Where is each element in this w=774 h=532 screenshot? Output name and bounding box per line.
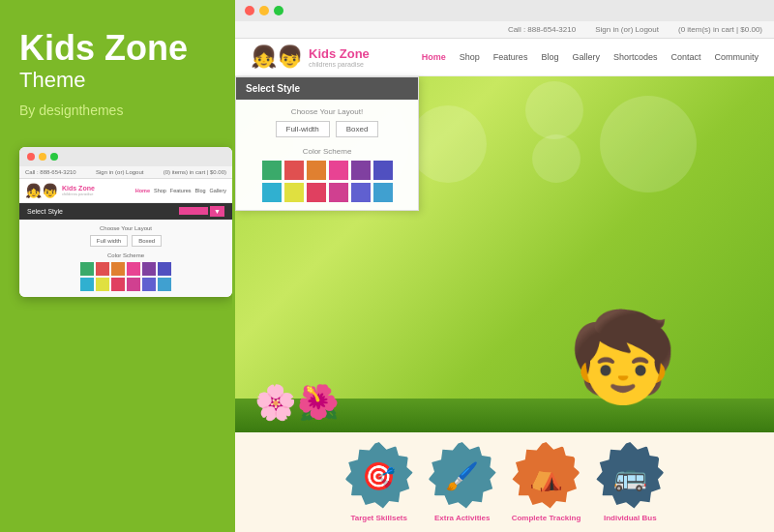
mini-color-swatch[interactable] — [158, 278, 171, 291]
feature-icon-target: 🎯 — [345, 442, 413, 510]
select-style-header: Select Style — [236, 77, 418, 100]
color-swatch-green[interactable] — [262, 161, 282, 180]
color-swatch-red[interactable] — [284, 161, 304, 180]
select-style-panel: Select Style Choose Your Layout! Full-wi… — [235, 76, 419, 211]
features-row: 🎯 Target Skillsets 🖌️ Extra Activities ⛺… — [235, 432, 774, 532]
color-scheme-grid — [244, 161, 410, 202]
color-swatch-magenta[interactable] — [329, 183, 348, 202]
mini-dot-red — [27, 153, 35, 161]
left-panel: Kids Zone Theme By designthemes Call : 8… — [0, 0, 232, 532]
color-swatch-orange[interactable] — [307, 161, 326, 180]
color-scheme-label: Color Scheme — [244, 147, 410, 156]
mini-color-swatch[interactable] — [127, 278, 140, 291]
hero-flowers: 🌸🌺 — [254, 383, 340, 423]
mini-color-swatch[interactable] — [127, 262, 140, 276]
color-swatch-sky[interactable] — [373, 183, 393, 202]
dot-yellow — [259, 6, 269, 15]
color-swatch-teal[interactable] — [262, 183, 282, 202]
nav-blog[interactable]: Blog — [541, 52, 558, 62]
mini-select-style-bar[interactable]: Select Style ▼ — [19, 203, 232, 220]
hero-person: 🧒 — [569, 307, 677, 408]
select-style-body: Choose Your Layout! Full-width Boxed Col… — [236, 100, 418, 210]
nav-gallery[interactable]: Gallery — [572, 52, 600, 62]
topbar-signin[interactable]: Sign in (or) Logout — [595, 25, 659, 34]
color-swatch-pink[interactable] — [329, 161, 348, 180]
color-swatch-indigo[interactable] — [351, 183, 371, 202]
site-top-bar: Call : 888-654-3210 Sign in (or) Logout … — [235, 21, 774, 39]
mini-color-swatch[interactable] — [96, 262, 109, 276]
mini-color-swatch[interactable] — [158, 262, 171, 276]
site-nav: Home Shop Features Blog Gallery Shortcod… — [422, 52, 759, 62]
feature-tracking: ⛺ Complete Tracking — [512, 442, 581, 522]
feature-icon-bus: 🚌 — [596, 442, 664, 510]
color-swatch-blue[interactable] — [373, 161, 393, 180]
mini-color-swatch[interactable] — [96, 278, 109, 291]
feature-label-tracking: Complete Tracking — [512, 514, 581, 522]
mini-color-swatch[interactable] — [142, 262, 156, 276]
feature-label-target: Target Skillsets — [350, 514, 407, 522]
nav-features[interactable]: Features — [493, 52, 528, 62]
mini-browser-preview: Call : 888-654-3210 Sign in (or) Logout … — [19, 147, 232, 297]
mini-style-panel: Choose Your Layout Full width Boxed Colo… — [19, 220, 232, 297]
feature-icon-activities: 🖌️ — [429, 442, 496, 510]
topbar-cart[interactable]: (0 item(s) in cart | $0.00) — [678, 25, 762, 34]
color-swatch-purple[interactable] — [351, 161, 371, 180]
mini-dot-yellow — [39, 153, 46, 161]
nav-shop[interactable]: Shop — [460, 52, 480, 62]
site-logo: 👧👦 Kids Zone childrens paradise — [251, 44, 370, 70]
mini-site-header: 👧👦 Kids Zone childrens paradise Home Sho… — [19, 179, 232, 203]
feature-label-bus: Individual Bus — [604, 514, 657, 522]
mini-color-swatch[interactable] — [111, 262, 125, 276]
dot-green — [274, 6, 283, 15]
feature-label-activities: Extra Activities — [434, 514, 491, 522]
mini-top-bar: Call : 888-654-3210 Sign in (or) Logout … — [19, 166, 232, 179]
mini-browser-bar — [19, 147, 232, 166]
feature-bus: 🚌 Individual Bus — [596, 442, 664, 522]
mini-color-swatch[interactable] — [80, 262, 94, 276]
mini-color-swatch[interactable] — [142, 278, 156, 291]
mini-boxed-btn[interactable]: Boxed — [132, 235, 162, 247]
theme-title: Kids Zone Theme — [19, 29, 188, 99]
mini-color-swatch[interactable] — [80, 278, 94, 291]
topbar-phone: Call : 888-654-3210 — [508, 25, 576, 34]
nav-shortcodes[interactable]: Shortcodes — [613, 52, 658, 62]
dot-red — [245, 6, 254, 15]
mini-logo-icon: 👧👦 — [25, 183, 58, 198]
feature-activities: 🖌️ Extra Activities — [429, 442, 496, 522]
layout-label: Choose Your Layout! — [244, 107, 410, 116]
mini-dot-green — [50, 153, 58, 161]
nav-home[interactable]: Home — [422, 52, 446, 62]
main-browser: Call : 888-654-3210 Sign in (or) Logout … — [232, 0, 774, 532]
nav-contact[interactable]: Contact — [670, 52, 700, 62]
color-swatch-rose[interactable] — [307, 183, 326, 202]
nav-community[interactable]: Community — [714, 52, 759, 62]
mini-color-swatch[interactable] — [111, 278, 125, 291]
browser-chrome — [235, 0, 774, 21]
hero-section: Select Style Choose Your Layout! Full-wi… — [235, 76, 774, 532]
feature-target: 🎯 Target Skillsets — [345, 442, 413, 522]
layout-buttons: Full-width Boxed — [244, 121, 410, 137]
logo-icon: 👧👦 — [251, 44, 303, 70]
fullwidth-btn[interactable]: Full-width — [276, 121, 330, 137]
mini-layout-buttons: Full width Boxed — [27, 235, 224, 247]
mini-color-grid — [27, 262, 224, 291]
feature-icon-tracking: ⛺ — [512, 442, 580, 510]
mini-fullwidth-btn[interactable]: Full width — [90, 235, 128, 247]
color-swatch-yellow[interactable] — [284, 183, 304, 202]
mini-dropdown-arrow[interactable]: ▼ — [210, 206, 224, 217]
mini-logo: 👧👦 Kids Zone childrens paradise — [25, 183, 95, 198]
site-header: 👧👦 Kids Zone childrens paradise Home Sho… — [235, 39, 774, 76]
mini-nav: Home Shop Features Blog Gallery — [135, 188, 226, 193]
boxed-btn[interactable]: Boxed — [336, 121, 379, 137]
theme-author: By designthemes — [19, 103, 123, 118]
